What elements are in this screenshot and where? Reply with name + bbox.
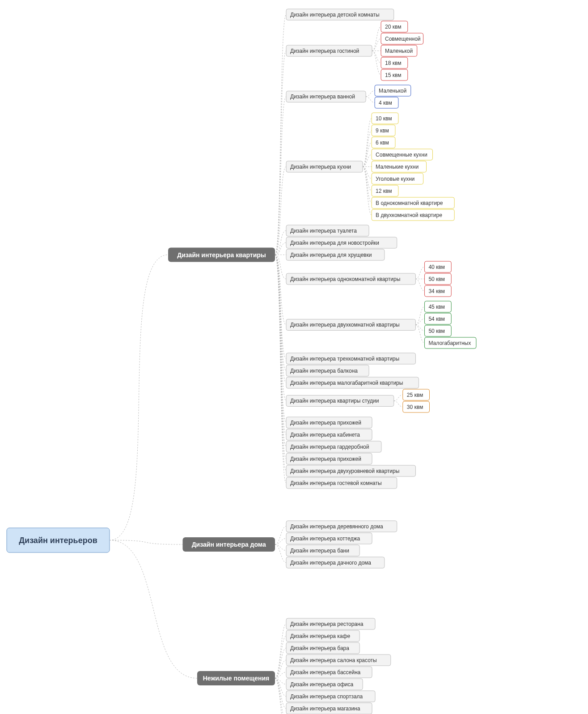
connector xyxy=(275,678,286,684)
node-label: Дизайн интерьера трехкомнатной квартиры xyxy=(290,356,399,362)
connector xyxy=(275,544,286,551)
node-label: Дизайн интерьера гардеробной xyxy=(290,444,369,450)
node-label: Дизайн интерьера для новостройки xyxy=(290,240,379,246)
node-label: Дизайн интерьера квартиры студии xyxy=(290,398,379,404)
node-label: Дизайн интерьера салона красоты xyxy=(290,657,377,663)
node-label: 15 квм xyxy=(385,72,401,78)
connector xyxy=(275,678,286,714)
node-label: Совмещенные кухни xyxy=(376,152,427,158)
node-label: Дизайн интерьера бассейна xyxy=(290,669,361,676)
node-label: Дизайн интерьера ванной xyxy=(290,94,355,100)
root-label: Дизайн интерьеров xyxy=(19,536,97,545)
node-label: Дизайн интерьера гостевой комнаты xyxy=(290,480,382,486)
connector xyxy=(363,167,372,191)
node-label: Уголовые кухни xyxy=(376,176,415,182)
connector xyxy=(372,51,381,75)
connector xyxy=(394,395,403,401)
node-label: Малогабаритных xyxy=(428,340,471,346)
connector xyxy=(363,119,372,167)
connector xyxy=(394,401,403,407)
branch-nonres-label: Нежилые помещения xyxy=(203,675,270,682)
node-label: Маленькие кухни xyxy=(376,164,419,170)
connector xyxy=(415,325,424,331)
node-label: Дизайн интерьера детской комнаты xyxy=(290,12,380,18)
connector xyxy=(363,155,372,167)
node-label: 50 квм xyxy=(428,328,444,334)
node-label: Дизайн интерьера кафе xyxy=(290,633,350,639)
node-label: Дизайн интерьера бара xyxy=(290,645,349,651)
node-label: Дизайн интерьера малогабаритной квартиры xyxy=(290,380,403,386)
connector xyxy=(275,255,286,435)
node-label: Дизайн интерьера бани xyxy=(290,548,349,554)
connector xyxy=(275,255,286,383)
node-label: В двухкомнатной квартире xyxy=(376,212,442,218)
node-label: Дизайн интерьера спортзала xyxy=(290,693,363,700)
node-label: Дизайн интерьера двухкомнатной квартиры xyxy=(290,322,400,328)
connector xyxy=(275,678,286,709)
connector xyxy=(110,255,168,540)
branch-apartment-label: Дизайн интерьера квартиры xyxy=(177,251,266,259)
node-label: 40 квм xyxy=(428,264,444,270)
node-label: 20 квм xyxy=(385,24,401,30)
node-label: Маленькой xyxy=(379,88,406,94)
connector xyxy=(363,167,372,203)
node-label: Дизайн интерьера коттеджа xyxy=(290,536,360,542)
connector xyxy=(275,97,286,255)
connector xyxy=(415,279,424,291)
connector xyxy=(110,540,197,679)
connector xyxy=(366,91,375,97)
connector xyxy=(275,648,286,679)
node-label: Дизайн интерьера прихожей xyxy=(290,456,361,462)
connector xyxy=(363,167,372,179)
connector xyxy=(275,672,286,679)
connector xyxy=(275,636,286,679)
node-label: Маленькой xyxy=(385,48,413,54)
connector xyxy=(275,231,286,255)
node-label: Дизайн интерьера туалета xyxy=(290,228,357,234)
node-label: 10 квм xyxy=(376,115,392,122)
connector xyxy=(363,131,372,167)
node-label: 45 квм xyxy=(428,304,444,310)
node-label: Совмещенной xyxy=(385,36,421,42)
node-label: 9 квм xyxy=(376,128,389,134)
connector xyxy=(275,255,286,279)
node-label: Дизайн интерьера гостиной xyxy=(290,48,359,54)
node-label: В однокомнатной квартире xyxy=(376,200,443,206)
connector xyxy=(415,267,424,279)
connector xyxy=(372,51,381,63)
branch-house-label: Дизайн интерьера дома xyxy=(192,541,266,548)
node-label: Дизайн интерьера однокомнатной квартиры xyxy=(290,276,400,282)
node-label: Дизайн интерьера деревянного дома xyxy=(290,523,383,530)
node-label: 12 квм xyxy=(376,188,392,194)
mindmap-canvas: Дизайн интерьеровДизайн интерьера кварти… xyxy=(0,0,588,714)
node-label: Дизайн интерьера двухуровневой квартиры xyxy=(290,468,399,474)
node-label: 25 квм xyxy=(407,392,423,398)
connector xyxy=(363,167,372,215)
connector xyxy=(372,27,381,51)
connector xyxy=(275,15,286,255)
node-label: Дизайн интерьера прихожей xyxy=(290,420,361,426)
node-label: Дизайн интерьера офиса xyxy=(290,681,354,688)
node-label: 6 квм xyxy=(376,140,389,146)
node-label: Дизайн интерьера балкона xyxy=(290,368,358,374)
node-label: 4 квм xyxy=(379,100,392,106)
connector xyxy=(275,678,286,714)
node-label: Дизайн интерьера кухни xyxy=(290,164,351,170)
connector xyxy=(366,97,375,103)
connector xyxy=(275,624,286,679)
connector xyxy=(415,319,424,325)
connector xyxy=(275,539,286,545)
node-label: Дизайн интерьера магазина xyxy=(290,706,360,712)
node-label: 54 квм xyxy=(428,316,444,322)
node-label: Дизайн интерьера ресторана xyxy=(290,621,364,627)
node-label: 50 квм xyxy=(428,276,444,282)
node-label: Дизайн интерьера для хрущевки xyxy=(290,252,372,258)
connector xyxy=(363,143,372,167)
node-label: 34 квм xyxy=(428,288,444,294)
node-label: 30 квм xyxy=(407,404,423,410)
connector xyxy=(275,255,286,371)
node-label: Дизайн интерьера кабинета xyxy=(290,432,360,438)
connector xyxy=(372,39,381,51)
connector xyxy=(275,51,286,255)
node-label: 18 квм xyxy=(385,60,401,66)
